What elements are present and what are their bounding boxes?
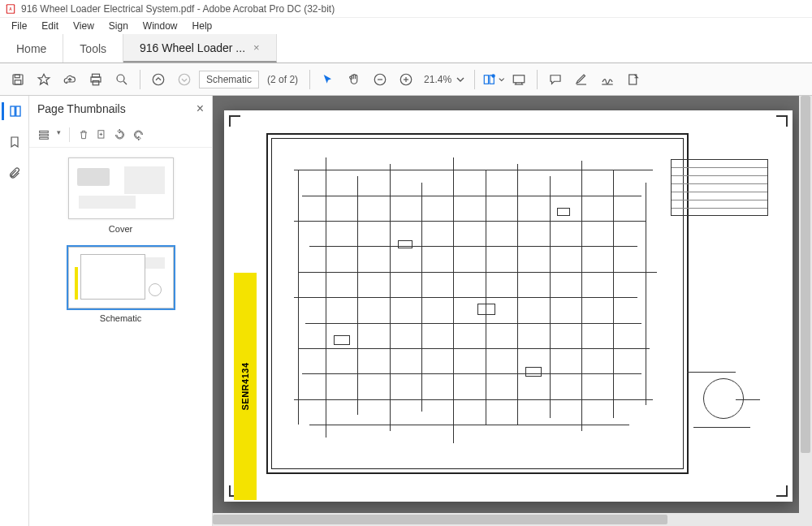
component-illustration xyxy=(687,364,760,437)
tab-home[interactable]: Home xyxy=(0,34,63,63)
crop-mark-icon xyxy=(229,115,240,127)
svg-rect-32 xyxy=(40,131,49,132)
window-title: 916 Wheel Loader Electrical System.pdf -… xyxy=(21,3,335,15)
svg-rect-5 xyxy=(15,80,21,84)
toolbar-separator xyxy=(309,70,310,89)
page-display-button[interactable] xyxy=(482,68,504,91)
sign-button[interactable] xyxy=(596,68,619,91)
pdf-page: SENR4134 xyxy=(224,110,793,502)
svg-line-11 xyxy=(123,81,127,84)
navigation-rail xyxy=(0,96,29,526)
scrollbar-thumb[interactable] xyxy=(801,96,810,453)
close-panel-icon[interactable]: × xyxy=(197,101,204,116)
attachments-icon[interactable] xyxy=(6,164,24,182)
svg-marker-6 xyxy=(38,74,50,84)
title-bar: A 916 Wheel Loader Electrical System.pdf… xyxy=(0,0,812,18)
svg-rect-22 xyxy=(513,75,525,82)
close-icon[interactable]: × xyxy=(253,41,260,54)
more-tools-button[interactable] xyxy=(622,68,645,91)
thumbnails-icon[interactable] xyxy=(2,102,24,120)
page-down-button[interactable] xyxy=(173,68,196,91)
new-page-icon[interactable] xyxy=(96,128,107,141)
menu-window[interactable]: Window xyxy=(136,19,184,33)
svg-rect-19 xyxy=(484,75,488,84)
thumbnails-toolbar: ▾ xyxy=(29,122,212,148)
tab-document-label: 916 Wheel Loader ... xyxy=(140,41,245,54)
save-button[interactable] xyxy=(6,68,29,91)
tab-home-label: Home xyxy=(16,42,46,55)
reference-table xyxy=(671,159,768,216)
thumbnails-title: Page Thumbnails xyxy=(37,102,126,115)
thumbnails-header: Page Thumbnails × xyxy=(29,96,212,122)
tab-tools-label: Tools xyxy=(80,42,106,55)
stamp-code: SENR4134 xyxy=(240,362,250,410)
toolbar-separator xyxy=(537,70,538,89)
highlight-button[interactable] xyxy=(570,68,593,91)
schematic-diagram xyxy=(266,133,689,474)
svg-rect-28 xyxy=(629,75,637,84)
menu-edit[interactable]: Edit xyxy=(35,19,65,33)
menu-sign[interactable]: Sign xyxy=(102,19,135,33)
selection-tool-button[interactable] xyxy=(317,68,339,91)
svg-rect-30 xyxy=(11,106,15,116)
thumbnail-page-1[interactable]: Cover xyxy=(39,157,202,234)
rotate-cw-icon[interactable] xyxy=(132,128,145,141)
schematic-wires xyxy=(278,144,677,463)
print-button[interactable] xyxy=(84,68,107,91)
delete-page-icon[interactable] xyxy=(78,128,89,141)
zoom-level[interactable]: 21.4% xyxy=(421,74,468,85)
page-count: (2 of 2) xyxy=(262,74,303,85)
horizontal-scrollbar[interactable] xyxy=(213,513,799,526)
toolbar-separator xyxy=(474,70,475,89)
star-button[interactable] xyxy=(32,68,55,91)
menu-file[interactable]: File xyxy=(5,19,33,33)
svg-rect-31 xyxy=(16,106,20,116)
find-button[interactable] xyxy=(110,68,133,91)
svg-rect-34 xyxy=(40,137,49,139)
menu-help[interactable]: Help xyxy=(186,19,219,33)
svg-point-21 xyxy=(491,74,495,78)
document-tabs: Home Tools 916 Wheel Loader ... × xyxy=(0,34,812,63)
chevron-down-icon[interactable]: ▾ xyxy=(57,128,61,141)
crop-mark-icon xyxy=(776,485,788,497)
main-area: Page Thumbnails × ▾ xyxy=(0,96,812,526)
crop-mark-icon xyxy=(776,115,788,127)
comment-button[interactable] xyxy=(544,68,567,91)
menu-bar: File Edit View Sign Window Help xyxy=(0,18,812,34)
page-up-button[interactable] xyxy=(147,68,170,91)
pdf-file-icon: A xyxy=(5,3,16,15)
zoom-value: 21.4% xyxy=(424,74,451,85)
thumbnails-panel: Page Thumbnails × ▾ xyxy=(29,96,213,526)
toolbar-separator xyxy=(140,70,140,89)
svg-point-12 xyxy=(153,74,164,85)
menu-view[interactable]: View xyxy=(67,19,101,33)
zoom-out-button[interactable] xyxy=(369,68,391,91)
hand-tool-button[interactable] xyxy=(343,68,365,91)
svg-rect-9 xyxy=(93,80,99,84)
thumbnail-label: Schematic xyxy=(39,313,202,323)
page-label[interactable]: Schematic xyxy=(199,71,259,88)
svg-rect-4 xyxy=(15,75,19,78)
document-view[interactable]: SENR4134 xyxy=(213,96,812,526)
tab-tools[interactable]: Tools xyxy=(63,34,123,63)
document-stamp: SENR4134 xyxy=(234,273,257,500)
rotate-ccw-icon[interactable] xyxy=(114,128,126,141)
scrollbar-thumb[interactable] xyxy=(213,515,667,524)
zoom-in-button[interactable] xyxy=(395,68,417,91)
cloud-button[interactable] xyxy=(58,68,81,91)
toolbar: Schematic (2 of 2) 21.4% xyxy=(0,63,812,96)
thumb-options-icon[interactable] xyxy=(37,128,50,141)
svg-point-10 xyxy=(117,75,124,82)
tab-document[interactable]: 916 Wheel Loader ... × xyxy=(123,34,277,63)
thumbnail-label: Cover xyxy=(39,224,202,234)
bookmark-icon[interactable] xyxy=(6,133,24,151)
thumbnails-list: Cover Schematic xyxy=(29,148,212,526)
thumbnail-page-2[interactable]: Schematic xyxy=(39,247,202,323)
vertical-scrollbar[interactable] xyxy=(799,96,812,526)
svg-point-13 xyxy=(179,74,190,85)
svg-rect-33 xyxy=(40,134,49,136)
read-mode-button[interactable] xyxy=(508,68,530,91)
